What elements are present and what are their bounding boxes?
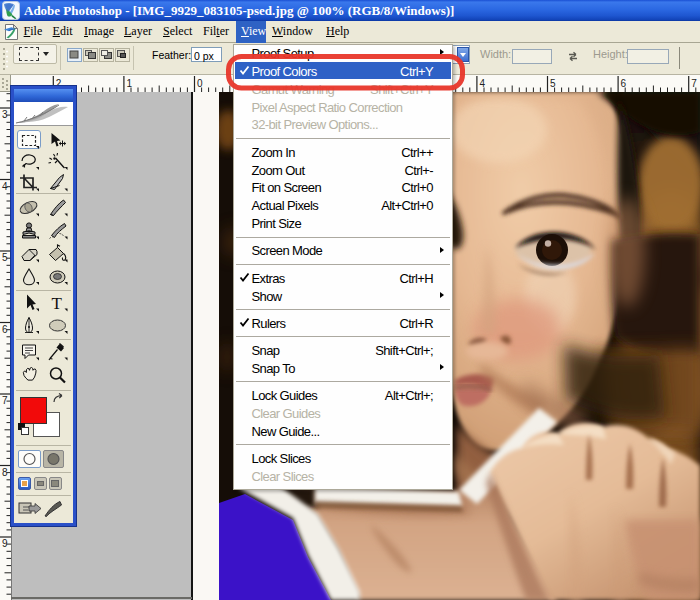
svg-text:4: 4 [2,181,8,192]
svg-text:7: 7 [691,78,697,89]
svg-text:6: 6 [621,78,627,89]
svg-text:5: 5 [550,78,556,89]
svg-text:1: 1 [126,78,132,89]
svg-text:8: 8 [2,467,8,478]
svg-text:T: T [52,294,63,313]
svg-text:5: 5 [2,252,8,263]
svg-text:0: 0 [197,78,203,89]
svg-text:9: 9 [2,538,8,549]
svg-text:4: 4 [479,78,485,89]
svg-text:6: 6 [2,324,8,335]
svg-text:3: 3 [2,109,8,120]
svg-text:7: 7 [2,395,8,406]
